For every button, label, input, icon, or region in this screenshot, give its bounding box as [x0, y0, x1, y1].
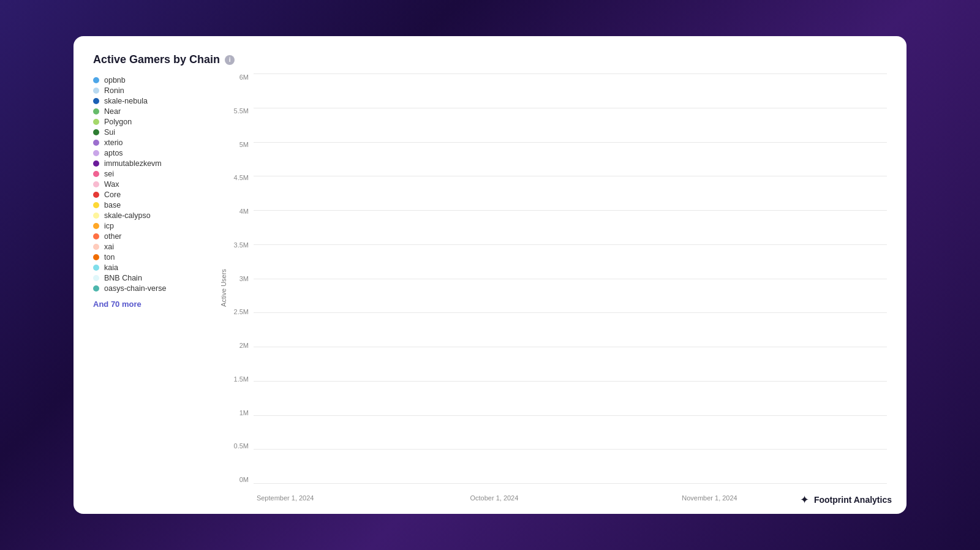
brand-text: Footprint Analytics	[814, 495, 892, 505]
legend-label: other	[104, 232, 122, 241]
legend-label: ton	[104, 253, 115, 262]
legend-item: sei	[93, 170, 222, 178]
legend-dot	[93, 285, 99, 292]
chart-with-yaxis: Active Users 6M5.5M5M4.5M4M3.5M3M2.5M2M1…	[222, 73, 887, 502]
y-tick: 2M	[239, 342, 249, 349]
y-tick: 5.5M	[234, 107, 249, 115]
y-tick: 5M	[239, 141, 249, 148]
legend-item: Near	[93, 107, 222, 116]
info-icon[interactable]: i	[225, 55, 235, 65]
legend-item: Core	[93, 190, 222, 199]
legend-item: Polygon	[93, 118, 222, 126]
legend-dot	[93, 77, 99, 83]
legend-label: kaia	[104, 263, 118, 272]
legend-dot	[93, 88, 99, 94]
legend-dot	[93, 160, 99, 167]
y-tick: 6M	[239, 73, 249, 81]
legend-dot	[93, 171, 99, 177]
legend-dot	[93, 108, 99, 115]
y-tick: 2.5M	[234, 308, 249, 315]
y-tick: 3.5M	[234, 241, 249, 249]
legend-dot	[93, 192, 99, 198]
legend-dot	[93, 275, 99, 281]
legend-label: base	[104, 201, 121, 209]
legend-label: sei	[104, 170, 114, 178]
chart-body: opbnb Ronin skale-nebula Near Polygon Su…	[93, 73, 887, 502]
legend-label: icp	[104, 222, 114, 230]
legend-dot	[93, 129, 99, 135]
brand-icon: ✦	[800, 493, 809, 507]
legend-label: BNB Chain	[104, 274, 142, 282]
legend-label: Sui	[104, 128, 115, 137]
legend-label: skale-calypso	[104, 211, 151, 220]
legend-label: Wax	[104, 180, 119, 189]
legend-item: xai	[93, 243, 222, 251]
legend-dot	[93, 140, 99, 146]
bars-container	[254, 73, 887, 483]
legend-dot	[93, 181, 99, 187]
legend-label: Polygon	[104, 118, 132, 126]
chart-card: Active Gamers by Chain i opbnb Ronin ska…	[74, 36, 907, 514]
chart-title: Active Gamers by Chain	[93, 53, 220, 66]
y-tick: 4.5M	[234, 174, 249, 181]
legend-dot	[93, 202, 99, 208]
legend-item: aptos	[93, 149, 222, 157]
x-label: October 1, 2024	[470, 494, 518, 502]
legend-item: opbnb	[93, 76, 222, 85]
legend-item: immutablezkevm	[93, 159, 222, 168]
legend-more[interactable]: And 70 more	[93, 299, 222, 309]
legend-item: skale-nebula	[93, 97, 222, 105]
legend-label: immutablezkevm	[104, 159, 162, 168]
legend-dot	[93, 265, 99, 271]
legend-item: oasys-chain-verse	[93, 284, 222, 293]
chart-plot: September 1, 2024October 1, 2024November…	[254, 73, 887, 502]
legend-item: base	[93, 201, 222, 209]
legend-dot	[93, 244, 99, 250]
legend-dot	[93, 223, 99, 229]
legend-label: oasys-chain-verse	[104, 284, 166, 293]
y-tick: 0M	[239, 476, 249, 483]
legend-item: other	[93, 232, 222, 241]
legend-dot	[93, 213, 99, 219]
legend-label: opbnb	[104, 76, 126, 85]
legend-dot	[93, 119, 99, 125]
chart-header: Active Gamers by Chain i	[93, 53, 887, 66]
legend-dot	[93, 233, 99, 239]
x-label: September 1, 2024	[257, 494, 314, 502]
x-label: November 1, 2024	[682, 494, 737, 502]
y-tick: 3M	[239, 275, 249, 282]
legend-label: xai	[104, 243, 114, 251]
y-axis-label: Active Users	[220, 269, 227, 307]
legend-dot	[93, 150, 99, 156]
y-axis: Active Users 6M5.5M5M4.5M4M3.5M3M2.5M2M1…	[222, 73, 254, 502]
legend-dot	[93, 98, 99, 104]
y-tick: 4M	[239, 208, 249, 215]
legend-label: skale-nebula	[104, 97, 148, 105]
chart-area: Active Users 6M5.5M5M4.5M4M3.5M3M2.5M2M1…	[222, 73, 887, 502]
footer-brand: ✦ Footprint Analytics	[800, 493, 892, 507]
legend-item: icp	[93, 222, 222, 230]
legend-label: Core	[104, 190, 121, 199]
legend-label: Near	[104, 107, 121, 116]
legend-item: Sui	[93, 128, 222, 137]
legend-item: Wax	[93, 180, 222, 189]
x-axis: September 1, 2024October 1, 2024November…	[254, 483, 887, 502]
legend-item: xterio	[93, 138, 222, 147]
legend-item: ton	[93, 253, 222, 262]
legend-item: Ronin	[93, 86, 222, 95]
legend-dot	[93, 254, 99, 260]
legend-label: Ronin	[104, 86, 124, 95]
legend-label: xterio	[104, 138, 123, 147]
legend-item: skale-calypso	[93, 211, 222, 220]
y-tick: 1M	[239, 409, 249, 416]
y-tick: 0.5M	[234, 442, 249, 450]
legend-label: aptos	[104, 149, 123, 157]
legend: opbnb Ronin skale-nebula Near Polygon Su…	[93, 73, 222, 502]
legend-item: kaia	[93, 263, 222, 272]
y-tick: 1.5M	[234, 375, 249, 383]
legend-item: BNB Chain	[93, 274, 222, 282]
